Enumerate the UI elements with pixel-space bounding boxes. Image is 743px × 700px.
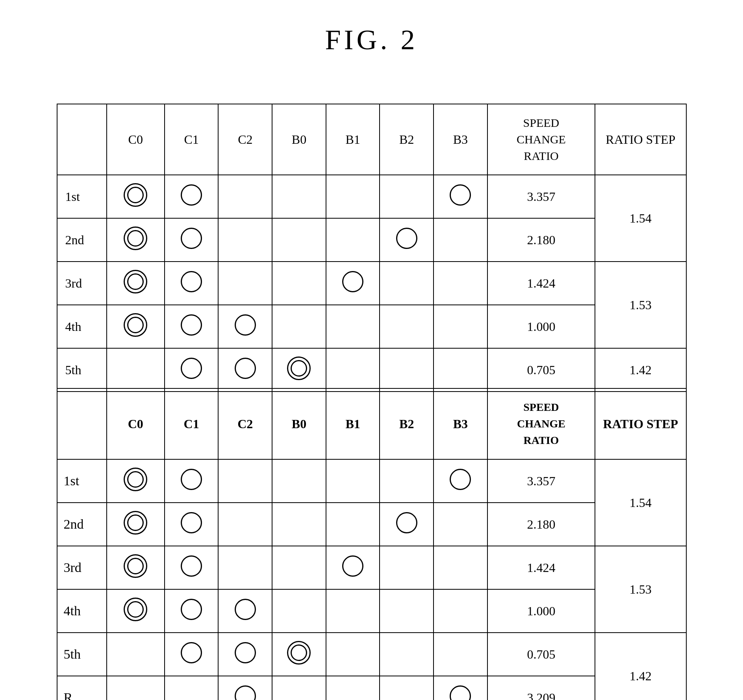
header-b3: B3 (434, 104, 487, 175)
td-3rd-c1 (165, 546, 219, 589)
table-row-4th: 4th 1.000 (57, 305, 686, 348)
gear-table: C0 C1 C2 B0 B1 B2 B3 SPEEDCHANGERATIO RA… (57, 104, 687, 392)
td-R-b2 (380, 676, 434, 700)
td-2nd-c0 (107, 503, 165, 546)
row-label-5th: 5th (57, 348, 107, 392)
header-c1: C1 (165, 104, 219, 175)
tr-3rd: 3rd 1.424 1.53 (57, 546, 686, 589)
cell-4th-ratio: 1.000 (487, 305, 595, 348)
tr-5th: 5th 0.705 1.42 (57, 633, 686, 676)
td-4th-c0 (107, 589, 165, 633)
cell-3rd-b1 (326, 262, 380, 305)
cell-1st-b1 (326, 175, 380, 218)
cell-5th-ratio: 0.705 (487, 348, 595, 392)
cell-3rd-b2 (380, 262, 434, 305)
td-R-c0 (107, 676, 165, 700)
td-4th-b3 (434, 589, 487, 633)
cell-3rd-b3 (434, 262, 487, 305)
td-5th-b3 (434, 633, 487, 676)
td-ratio-step-5th: 1.42 (595, 633, 686, 700)
cell-3rd-ratio: 1.424 (487, 262, 595, 305)
cell-2nd-b1 (326, 218, 380, 262)
td-2nd-ratio: 2.180 (487, 503, 595, 546)
cell-2nd-c2 (218, 218, 272, 262)
cell-3rd-b0 (272, 262, 326, 305)
td-R-c2 (218, 676, 272, 700)
cell-ratio-step-5th: 1.42 (595, 348, 686, 392)
row-label-3rd: 3rd (57, 262, 107, 305)
cell-2nd-b0 (272, 218, 326, 262)
td-5th-b2 (380, 633, 434, 676)
td-label-5th: 5th (57, 633, 107, 676)
td-3rd-b0 (272, 546, 326, 589)
td-R-ratio: 3.209 (487, 676, 595, 700)
table-row-3rd: 3rd 1.424 1.53 (57, 262, 686, 305)
cell-4th-b3 (434, 305, 487, 348)
td-2nd-b0 (272, 503, 326, 546)
header-speed-change-ratio: SPEEDCHANGERATIO (487, 104, 595, 175)
td-ratio-step-1-2: 1.54 (595, 459, 686, 546)
td-2nd-b3 (434, 503, 487, 546)
td-5th-c0 (107, 633, 165, 676)
cell-2nd-c1 (165, 218, 219, 262)
td-label-1st: 1st (57, 459, 107, 503)
table-row-2nd: 2nd 2.180 (57, 218, 686, 262)
th-speed-change-ratio: SPEEDCHANGERATIO (487, 388, 595, 459)
th-b3: B3 (434, 388, 487, 459)
td-1st-b1 (326, 459, 380, 503)
table-row-1st: 1st 3.357 1.54 (57, 175, 686, 218)
td-3rd-ratio: 1.424 (487, 546, 595, 589)
td-R-b1 (326, 676, 380, 700)
cell-4th-b2 (380, 305, 434, 348)
cell-4th-c1 (165, 305, 219, 348)
td-2nd-b2 (380, 503, 434, 546)
td-1st-b0 (272, 459, 326, 503)
th-b0: B0 (272, 388, 326, 459)
td-1st-c2 (218, 459, 272, 503)
cell-4th-c0 (107, 305, 165, 348)
td-3rd-b2 (380, 546, 434, 589)
td-4th-ratio: 1.000 (487, 589, 595, 633)
row-label-2nd: 2nd (57, 218, 107, 262)
cell-1st-b3 (434, 175, 487, 218)
td-R-b3 (434, 676, 487, 700)
cell-4th-b0 (272, 305, 326, 348)
cell-1st-c0 (107, 175, 165, 218)
header-ratio-step: RATIO STEP (595, 104, 686, 175)
cell-3rd-c2 (218, 262, 272, 305)
td-5th-c2 (218, 633, 272, 676)
cell-5th-b3 (434, 348, 487, 392)
td-4th-c2 (218, 589, 272, 633)
cell-3rd-c1 (165, 262, 219, 305)
td-R-c1 (165, 676, 219, 700)
th-ratio-step: RATIO STEP (595, 388, 686, 459)
td-5th-b0 (272, 633, 326, 676)
cell-5th-c2 (218, 348, 272, 392)
cell-1st-b0 (272, 175, 326, 218)
cell-ratio-step-1-2: 1.54 (595, 175, 686, 262)
cell-1st-b2 (380, 175, 434, 218)
row-label-4th: 4th (57, 305, 107, 348)
table-row-5th: 5th 0.705 1.42 (57, 348, 686, 392)
figure-title: FIG. 2 (325, 24, 418, 56)
tr-R: R 3.209 (57, 676, 686, 700)
td-1st-c1 (165, 459, 219, 503)
cell-2nd-b2 (380, 218, 434, 262)
header-empty (57, 104, 107, 175)
cell-ratio-step-3-4: 1.53 (595, 262, 686, 348)
td-label-2nd: 2nd (57, 503, 107, 546)
tr-1st: 1st 3.357 1.54 (57, 459, 686, 503)
td-label-3rd: 3rd (57, 546, 107, 589)
td-2nd-b1 (326, 503, 380, 546)
td-2nd-c2 (218, 503, 272, 546)
cell-1st-c2 (218, 175, 272, 218)
cell-2nd-b3 (434, 218, 487, 262)
td-1st-ratio: 3.357 (487, 459, 595, 503)
th-b2: B2 (380, 388, 434, 459)
table-header-row: C0 C1 C2 B0 B1 B2 B3 SPEEDCHANGERATIO RA… (57, 104, 686, 175)
th-b1: B1 (326, 388, 380, 459)
cell-5th-c0 (107, 348, 165, 392)
cell-2nd-ratio: 2.180 (487, 218, 595, 262)
td-R-b0 (272, 676, 326, 700)
cell-4th-b1 (326, 305, 380, 348)
